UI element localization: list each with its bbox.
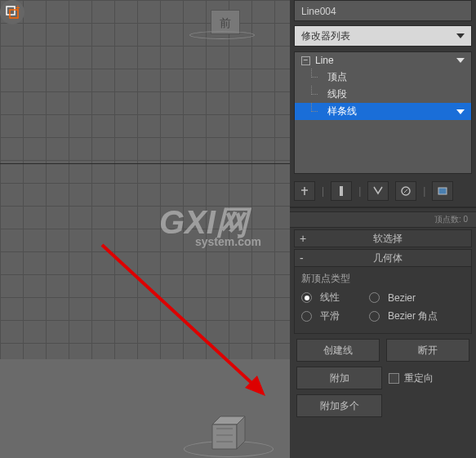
svg-rect-13 <box>438 188 447 194</box>
radio-bezier-corner-label: Bezier 角点 <box>388 309 438 323</box>
toolbar-divider: | <box>358 185 361 197</box>
stack-item-vertex[interactable]: 顶点 <box>295 69 471 86</box>
button-row-3: 附加多个 <box>296 394 469 417</box>
chevron-down-icon <box>456 33 465 38</box>
collapse-icon: - <box>300 251 309 265</box>
chevron-down-icon <box>456 109 465 114</box>
viewport-maximize-icon[interactable]: + <box>0 0 24 24</box>
reorient-checkbox[interactable] <box>389 373 399 384</box>
object-name-input[interactable]: Line004 <box>294 0 472 21</box>
stack-item-label: 样条线 <box>327 104 357 118</box>
remove-modifier-button[interactable] <box>395 181 416 201</box>
stack-item-label: 顶点 <box>327 71 347 82</box>
cube-model[interactable] <box>204 412 249 453</box>
rollout-title: 几何体 <box>309 251 466 265</box>
rollout-header-geometry[interactable]: - 几何体 <box>294 249 472 267</box>
break-button[interactable]: 断开 <box>386 339 469 362</box>
stack-root[interactable]: − Line <box>295 52 471 69</box>
create-line-button[interactable]: 创建线 <box>296 339 380 362</box>
expand-icon: + <box>300 232 309 245</box>
stack-root-label: Line <box>315 55 334 66</box>
vertex-type-group-label: 新顶点类型 <box>301 272 465 286</box>
viewport[interactable]: + 前 GXI网 system.com <box>0 0 290 458</box>
svg-text:+: + <box>16 5 20 12</box>
radio-linear-label: 线性 <box>320 291 361 305</box>
reorient-check-row: 重定向 <box>389 367 469 389</box>
radio-bezier[interactable] <box>369 292 380 303</box>
rollout-soft-selection: + 软选择 <box>294 229 472 247</box>
rollout-body-geometry: 新顶点类型 线性 Bezier 平滑 Bezier 角点 <box>294 267 472 334</box>
collapse-icon[interactable]: − <box>301 56 310 65</box>
stack-item-label: 线段 <box>327 88 347 100</box>
radio-linear[interactable] <box>301 292 312 303</box>
modifier-stack[interactable]: − Line 顶点 线段 样条线 <box>294 51 472 174</box>
attach-button[interactable]: 附加 <box>296 367 382 389</box>
attach-multiple-button[interactable]: 附加多个 <box>296 394 382 417</box>
modifier-list-label: 修改器列表 <box>301 28 350 44</box>
button-row-1: 创建线 断开 <box>296 339 469 362</box>
toolbar-divider: | <box>322 185 324 197</box>
command-panel: Line004 修改器列表 − Line 顶点 线段 样条线 <box>290 0 476 458</box>
button-row-2: 附加 重定向 <box>296 367 469 389</box>
radio-smooth-label: 平滑 <box>320 309 361 323</box>
vertex-count-status: 顶点数: 0 <box>290 211 476 228</box>
watermark-sub: system.com <box>195 235 261 248</box>
svg-rect-0 <box>7 7 15 15</box>
stack-item-segment[interactable]: 线段 <box>295 86 471 103</box>
toolbar-divider: | <box>423 185 425 197</box>
show-end-result-button[interactable] <box>331 181 352 201</box>
rollout-header-soft-selection[interactable]: + 软选择 <box>294 229 472 247</box>
viewport-grid <box>0 0 290 359</box>
configure-modifier-sets-button[interactable] <box>432 181 453 201</box>
stack-item-spline[interactable]: 样条线 <box>295 103 471 120</box>
reorient-label: 重定向 <box>404 371 434 385</box>
radio-bezier-label: Bezier <box>388 292 416 304</box>
panel-separator <box>290 207 476 208</box>
radio-smooth[interactable] <box>301 311 312 322</box>
stack-toolbar: | | | <box>294 180 472 202</box>
pin-stack-button[interactable] <box>294 181 315 201</box>
modifier-list-dropdown[interactable]: 修改器列表 <box>294 25 472 47</box>
plane-indicator <box>189 31 255 39</box>
grid-axis-line <box>0 163 290 164</box>
radio-bezier-corner[interactable] <box>369 311 380 322</box>
svg-rect-11 <box>340 186 343 196</box>
rollout-geometry: - 几何体 新顶点类型 线性 Bezier 平滑 Bezier 角点 <box>294 249 472 334</box>
chevron-down-icon <box>456 58 465 63</box>
make-unique-button[interactable] <box>367 181 389 201</box>
rollout-title: 软选择 <box>309 232 466 246</box>
